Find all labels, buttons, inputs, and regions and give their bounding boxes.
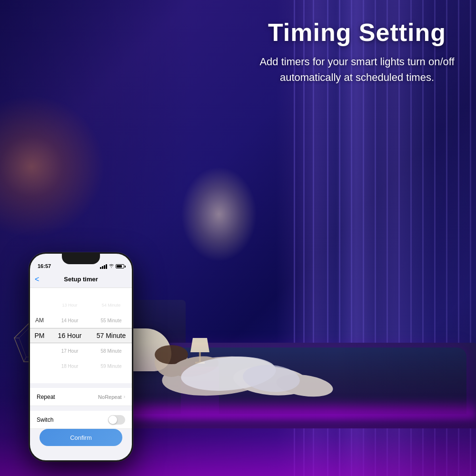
text-overlay: Timing Setting Add timers for your smart… [257, 19, 457, 85]
picker-item-55m[interactable]: 55 Minute [90, 313, 132, 328]
picker-item-59m[interactable]: 59 Minute [90, 358, 132, 374]
phone-container: 16:57 [29, 252, 133, 462]
toggle-knob [109, 416, 117, 424]
signal-bars-icon [100, 264, 107, 269]
picker-item [30, 343, 49, 358]
phone-device: 16:57 [29, 252, 133, 462]
switch-row[interactable]: Switch [30, 411, 132, 429]
app-header: < Setup timer [30, 271, 132, 288]
back-button[interactable]: < [35, 275, 39, 284]
picker-item-17h[interactable]: 17 Hour [49, 343, 90, 358]
switch-label: Switch [37, 416, 53, 423]
repeat-value-text: NoRepeat [98, 394, 122, 400]
picker-item-18h[interactable]: 18 Hour [49, 358, 90, 374]
picker-item [30, 358, 49, 374]
repeat-value-container: NoRepeat › [98, 394, 125, 400]
picker-item-am[interactable]: AM [30, 313, 49, 328]
settings-section: Repeat NoRepeat › Switch [30, 383, 132, 429]
repeat-row[interactable]: Repeat NoRepeat › [30, 388, 132, 406]
status-icons [100, 264, 124, 269]
picker-item-58m[interactable]: 58 Minute [90, 343, 132, 358]
phone-notch [62, 254, 100, 264]
repeat-label: Repeat [37, 394, 55, 400]
phone-screen: 16:57 [30, 254, 132, 460]
picker-selection [30, 328, 132, 343]
signal-bar-1 [100, 267, 101, 269]
picker-item-14h[interactable]: 14 Hour [49, 313, 90, 328]
page-subtitle: Add timers for your smart lights turn on… [257, 54, 457, 85]
signal-bar-4 [106, 264, 107, 269]
picker-item-13h[interactable]: 13 Hour [49, 298, 90, 313]
app-header-title: Setup timer [64, 276, 98, 283]
page-title: Timing Setting [257, 19, 457, 46]
signal-bar-2 [102, 266, 103, 269]
signal-bar-3 [104, 265, 105, 269]
wifi-icon [109, 264, 114, 269]
confirm-button-label: Confirm [70, 434, 92, 441]
picker-item [30, 298, 49, 313]
wall-lamp-glow [0, 95, 105, 238]
picker-item-54m[interactable]: 54 Minute [90, 298, 132, 313]
timer-picker[interactable]: AM PM 13 Hour 14 Hour 16 Hour 17 Hour 18… [30, 288, 132, 383]
battery-icon [116, 264, 124, 268]
status-time: 16:57 [38, 263, 51, 269]
chevron-right-icon: › [124, 394, 125, 399]
confirm-button[interactable]: Confirm [40, 429, 122, 446]
svg-line-5 [24, 357, 26, 362]
toggle-switch[interactable] [108, 415, 125, 425]
bedside-lamp-glow [181, 167, 257, 262]
sleeping-person [124, 319, 362, 414]
